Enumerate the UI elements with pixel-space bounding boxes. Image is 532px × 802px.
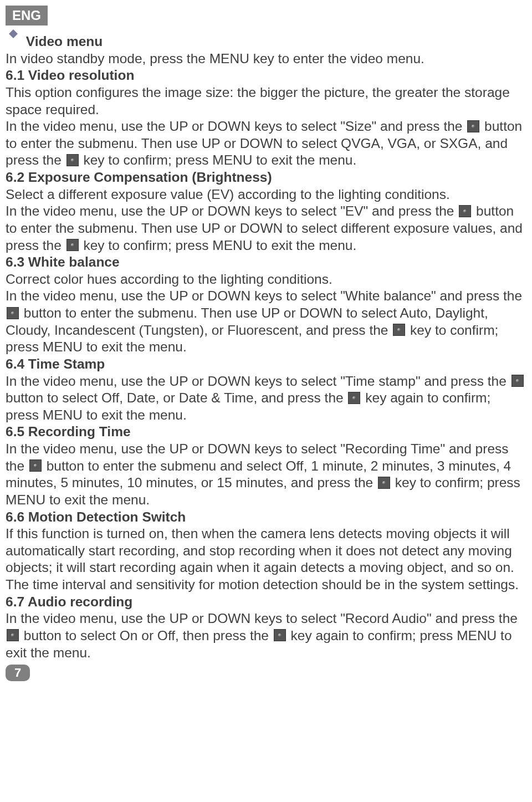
section-header: Video menu: [6, 33, 526, 50]
subsection-6-4-steps: In the video menu, use the UP or DOWN ke…: [6, 373, 526, 424]
ok-key-icon: [393, 324, 405, 336]
subsection-6-6-desc: If this function is turned on, then when…: [6, 525, 526, 594]
manual-page: ENG Video menu In video standby mode, pr…: [0, 0, 532, 687]
text-fragment: In the video menu, use the UP or DOWN ke…: [6, 288, 522, 303]
text-fragment: button to select Off, Date, or Date & Ti…: [6, 390, 347, 405]
subsection-6-7-title: 6.7 Audio recording: [6, 594, 526, 611]
intro-text: In video standby mode, press the MENU ke…: [6, 50, 526, 68]
language-tab: ENG: [6, 6, 48, 25]
text-fragment: In the video menu, use the UP or DOWN ke…: [6, 119, 466, 134]
subsection-6-2-desc: Select a different exposure value (EV) a…: [6, 186, 526, 203]
text-fragment: In the video menu, use the UP or DOWN ke…: [6, 203, 458, 218]
diamond-bullet-icon: [9, 29, 18, 38]
ok-key-icon: [66, 239, 79, 251]
ok-key-icon: [274, 629, 286, 641]
subsection-6-4-title: 6.4 Time Stamp: [6, 356, 526, 373]
subsection-6-3-title: 6.3 White balance: [6, 254, 526, 271]
subsection-6-5-steps: In the video menu, use the UP or DOWN ke…: [6, 441, 526, 509]
subsection-6-1-desc: This option configures the image size: t…: [6, 84, 526, 118]
ok-key-icon: [459, 205, 471, 217]
subsection-6-2-steps: In the video menu, use the UP or DOWN ke…: [6, 203, 526, 254]
subsection-6-6-title: 6.6 Motion Detection Switch: [6, 509, 526, 526]
subsection-6-5-title: 6.5 Recording Time: [6, 423, 526, 441]
ok-key-icon: [29, 459, 42, 472]
subsection-6-1-title: 6.1 Video resolution: [6, 67, 526, 84]
text-fragment: In the video menu, use the UP or DOWN ke…: [6, 374, 510, 389]
subsection-6-2-title: 6.2 Exposure Compensation (Brightness): [6, 169, 526, 186]
subsection-6-1-steps: In the video menu, use the UP or DOWN ke…: [6, 118, 526, 169]
ok-key-icon: [7, 307, 19, 319]
subsection-6-3-desc: Correct color hues according to the ligh…: [6, 271, 526, 288]
ok-key-icon: [348, 392, 360, 404]
page-number: 7: [6, 665, 30, 681]
ok-key-icon: [378, 477, 390, 489]
text-fragment: key to confirm; press MENU to exit the m…: [80, 152, 357, 167]
ok-key-icon: [7, 629, 19, 641]
subsection-6-3-steps: In the video menu, use the UP or DOWN ke…: [6, 288, 526, 356]
text-fragment: button to select On or Off, then press t…: [20, 628, 273, 643]
section-title: Video menu: [26, 34, 103, 49]
text-fragment: key to confirm; press MENU to exit the m…: [80, 238, 357, 253]
text-fragment: In the video menu, use the UP or DOWN ke…: [6, 611, 518, 626]
subsection-6-7-steps: In the video menu, use the UP or DOWN ke…: [6, 610, 526, 661]
ok-key-icon: [511, 375, 524, 387]
ok-key-icon: [66, 154, 79, 166]
ok-key-icon: [467, 120, 479, 132]
